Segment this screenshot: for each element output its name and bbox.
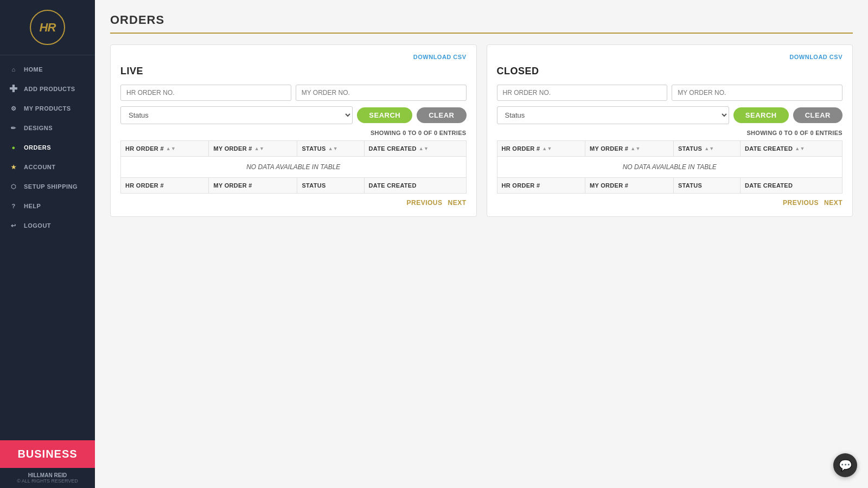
help-icon: ? — [9, 201, 18, 211]
closed-col-status: STATUS ▲▼ — [673, 141, 740, 157]
sidebar-item-setup-shipping[interactable]: ⬡ SETUP SHIPPING — [0, 177, 95, 196]
closed-showing-text: SHOWING 0 TO 0 OF 0 ENTRIES — [497, 130, 843, 136]
sort-icon: ▲▼ — [704, 146, 714, 151]
sidebar-footer: HILLMAN REID © ALL RIGHTS RESERVED — [0, 468, 95, 488]
closed-foot-hr-order: HR ORDER # — [497, 178, 585, 194]
live-table: HR ORDER # ▲▼ MY ORDER # ▲▼ — [120, 140, 467, 194]
closed-clear-button[interactable]: CLEAR — [793, 107, 843, 123]
closed-no-data-cell: NO DATA AVAILABLE IN TABLE — [497, 157, 843, 178]
sidebar-item-add-products-label: ADD PRODUCTS — [24, 86, 75, 92]
sort-icon: ▲▼ — [419, 146, 429, 151]
live-download-csv-link[interactable]: DOWNLOAD CSV — [413, 54, 467, 60]
live-next-link[interactable]: NEXT — [448, 199, 466, 207]
main-content: ORDERS DOWNLOAD CSV LIVE Status SEARCH C… — [95, 0, 868, 488]
footer-copy: © ALL RIGHTS RESERVED — [9, 478, 86, 484]
closed-search-button[interactable]: SEARCH — [733, 107, 789, 123]
live-search-button[interactable]: SEARCH — [357, 107, 412, 123]
closed-table-head: HR ORDER # ▲▼ MY ORDER # ▲▼ — [497, 141, 843, 157]
live-section-title: LIVE — [120, 66, 467, 77]
sort-icon: ▲▼ — [630, 146, 640, 151]
live-hr-order-input[interactable] — [120, 85, 291, 101]
sidebar-item-orders[interactable]: ● ORDERS — [0, 138, 95, 157]
sort-icon: ▲▼ — [328, 146, 338, 151]
live-table-body: NO DATA AVAILABLE IN TABLE — [121, 157, 467, 178]
live-col-hr-order: HR ORDER # ▲▼ — [121, 141, 209, 157]
sort-icon: ▲▼ — [795, 146, 805, 151]
closed-foot-my-order: MY ORDER # — [585, 178, 673, 194]
sidebar-logo: HR — [0, 0, 95, 55]
closed-status-select[interactable]: Status — [497, 106, 729, 124]
sidebar-item-my-products[interactable]: ⚙ MY PRODUCTS — [0, 99, 95, 118]
live-foot-date-created: DATE CREATED — [364, 178, 466, 194]
closed-foot-date-created: DATE CREATED — [741, 178, 843, 194]
closed-table: HR ORDER # ▲▼ MY ORDER # ▲▼ — [497, 140, 843, 194]
ship-icon: ⬡ — [9, 182, 18, 191]
live-panel-top: DOWNLOAD CSV — [120, 54, 467, 60]
gear-icon: ⚙ — [9, 104, 18, 113]
live-status-select[interactable]: Status — [120, 106, 353, 124]
closed-filter-row-1 — [497, 85, 843, 101]
sidebar-item-logout-label: LOGOUT — [24, 222, 51, 229]
chat-icon: 💬 — [839, 459, 852, 472]
sidebar-item-add-products[interactable]: ✚ ADD PRODUCTS — [0, 79, 95, 99]
live-no-data-cell: NO DATA AVAILABLE IN TABLE — [121, 157, 467, 178]
closed-my-order-input[interactable] — [672, 85, 843, 101]
sidebar-business: BUSINESS — [0, 440, 95, 468]
sidebar-item-home-label: HOME — [24, 66, 43, 73]
star-icon: ★ — [9, 162, 18, 172]
live-pagination: PREVIOUS NEXT — [120, 199, 467, 207]
closed-col-my-order: MY ORDER # ▲▼ — [585, 141, 673, 157]
live-panel: DOWNLOAD CSV LIVE Status SEARCH CLEAR SH… — [110, 44, 477, 217]
live-col-date-created: DATE CREATED ▲▼ — [364, 141, 466, 157]
logo-circle: HR — [30, 10, 65, 45]
closed-table-foot: HR ORDER # MY ORDER # STATUS DATE CREATE… — [497, 178, 843, 194]
closed-foot-status: STATUS — [673, 178, 740, 194]
orders-row: DOWNLOAD CSV LIVE Status SEARCH CLEAR SH… — [110, 44, 853, 217]
closed-table-footer-row: HR ORDER # MY ORDER # STATUS DATE CREATE… — [497, 178, 843, 194]
closed-pagination: PREVIOUS NEXT — [497, 199, 843, 207]
closed-table-header-row: HR ORDER # ▲▼ MY ORDER # ▲▼ — [497, 141, 843, 157]
sidebar-item-help[interactable]: ? HELP — [0, 196, 95, 216]
closed-previous-link[interactable]: PREVIOUS — [783, 199, 819, 207]
sidebar-item-account[interactable]: ★ ACCOUNT — [0, 157, 95, 177]
chat-bubble[interactable]: 💬 — [833, 453, 857, 477]
live-previous-link[interactable]: PREVIOUS — [406, 199, 442, 207]
sidebar: HR ⌂ HOME ✚ ADD PRODUCTS ⚙ MY PRODUCTS ✏… — [0, 0, 95, 488]
live-no-data-row: NO DATA AVAILABLE IN TABLE — [121, 157, 467, 178]
orders-icon: ● — [9, 143, 18, 152]
live-table-header-row: HR ORDER # ▲▼ MY ORDER # ▲▼ — [121, 141, 467, 157]
live-my-order-input[interactable] — [296, 85, 467, 101]
closed-col-hr-order: HR ORDER # ▲▼ — [497, 141, 585, 157]
live-table-footer-row: HR ORDER # MY ORDER # STATUS DATE CREATE… — [121, 178, 467, 194]
sort-icon: ▲▼ — [166, 146, 176, 151]
live-foot-hr-order: HR ORDER # — [121, 178, 209, 194]
home-icon: ⌂ — [9, 65, 18, 74]
sidebar-item-help-label: HELP — [24, 203, 41, 209]
closed-next-link[interactable]: NEXT — [824, 199, 843, 207]
closed-download-csv-link[interactable]: DOWNLOAD CSV — [789, 54, 843, 60]
live-foot-status: STATUS — [297, 178, 364, 194]
plus-icon: ✚ — [9, 84, 18, 94]
closed-hr-order-input[interactable] — [497, 85, 668, 101]
sidebar-item-orders-label: ORDERS — [24, 144, 51, 151]
pencil-icon: ✏ — [9, 123, 18, 133]
sidebar-item-setup-shipping-label: SETUP SHIPPING — [24, 183, 78, 190]
page-title: ORDERS — [110, 13, 853, 27]
live-clear-button[interactable]: CLEAR — [417, 107, 466, 123]
live-filter-row-1 — [120, 85, 467, 101]
footer-name: HILLMAN REID — [9, 472, 86, 478]
closed-filter-row-2: Status SEARCH CLEAR — [497, 106, 843, 124]
title-divider — [110, 33, 853, 34]
sidebar-item-logout[interactable]: ↩ LOGOUT — [0, 216, 95, 235]
logout-icon: ↩ — [9, 221, 18, 230]
closed-panel: DOWNLOAD CSV CLOSED Status SEARCH CLEAR … — [487, 44, 853, 217]
live-foot-my-order: MY ORDER # — [209, 178, 297, 194]
sidebar-item-home[interactable]: ⌂ HOME — [0, 60, 95, 79]
live-filter-row-2: Status SEARCH CLEAR — [120, 106, 467, 124]
closed-panel-top: DOWNLOAD CSV — [497, 54, 843, 60]
logo-text: HR — [40, 21, 56, 35]
closed-no-data-row: NO DATA AVAILABLE IN TABLE — [497, 157, 843, 178]
closed-col-date-created: DATE CREATED ▲▼ — [741, 141, 843, 157]
closed-table-body: NO DATA AVAILABLE IN TABLE — [497, 157, 843, 178]
sidebar-item-designs[interactable]: ✏ DESIGNS — [0, 118, 95, 138]
